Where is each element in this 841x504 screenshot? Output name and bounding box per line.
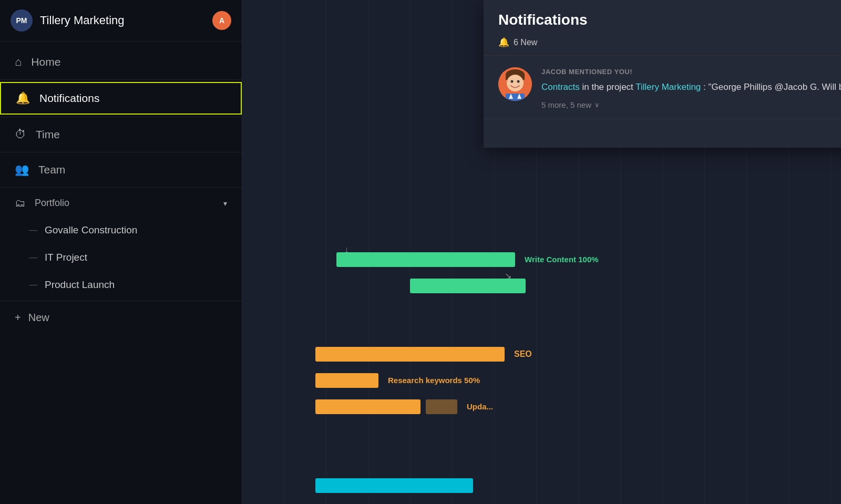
notification-count: 🔔 6 New [498, 37, 537, 48]
sidebar-item-new[interactable]: + New [0, 303, 242, 332]
sidebar-item-time[interactable]: ⏱ Time [0, 119, 242, 150]
notification-sender: JACOB MENTIONED YOU! [541, 68, 632, 76]
sidebar-header: PM Tillery Marketing A [0, 0, 242, 42]
gantt-bar-green-2 [410, 279, 526, 293]
notifications-title: Notifications [498, 12, 588, 28]
sidebar-item-label-team: Team [38, 163, 65, 176]
sidebar-item-label-notifications: Notifications [39, 92, 99, 105]
sidebar-item-itproject[interactable]: IT Project [0, 244, 242, 271]
govalle-label: Govalle Construction [45, 224, 137, 236]
notification-link-project[interactable]: Tillery Marketing [635, 82, 701, 92]
gantt-bar-research [315, 373, 378, 388]
gantt-label-research: Research keywords 50% [384, 373, 480, 388]
sidebar-item-productlaunch[interactable]: Product Launch [0, 271, 242, 299]
notification-more-button[interactable]: 5 more, 5 new ∨ [541, 100, 841, 109]
sidebar-title: Tillery Marketing [40, 14, 212, 27]
notification-text: Contracts in the project Tillery Marketi… [541, 80, 841, 94]
svg-point-4 [511, 80, 514, 83]
nav-divider-3 [0, 152, 242, 152]
gantt-bar-write-content [336, 252, 515, 267]
notifications-icon: 🔔 [16, 91, 30, 105]
new-label: New [28, 312, 49, 324]
notification-body: JACOB MENTIONED YOU! 3h Contracts in the… [541, 67, 841, 109]
gantt-bar-update [315, 399, 420, 414]
sidebar-item-label-time: Time [36, 128, 60, 141]
bell-icon: 🔔 [498, 37, 509, 48]
portfolio-icon: 🗂 [15, 197, 25, 209]
sidebar: PM Tillery Marketing A ⌂ Home 🔔 Notifica… [0, 0, 242, 504]
gantt-label-write-content: Write Content 100% [520, 252, 599, 267]
nav-divider-5 [0, 301, 242, 301]
sidebar-logo: PM [11, 9, 33, 32]
notifications-header: Notifications ⚙ [484, 0, 841, 34]
sidebar-item-portfolio[interactable]: 🗂 Portfolio ▾ [0, 190, 242, 217]
nav-divider-1 [0, 79, 242, 80]
notification-count-label: 6 New [514, 38, 537, 47]
productlaunch-label: Product Launch [45, 279, 115, 291]
nav-divider-4 [0, 187, 242, 188]
nav-divider-2 [0, 117, 242, 117]
sidebar-nav: ⌂ Home 🔔 Notifications ⏱ Time 👥 Team 🗂 P… [0, 42, 242, 337]
sidebar-portfolio-label: Portfolio [35, 198, 69, 209]
portfolio-chevron-icon: ▾ [223, 199, 227, 208]
notification-sender-row: JACOB MENTIONED YOU! 3h [541, 67, 841, 76]
itproject-label: IT Project [45, 252, 87, 263]
team-icon: 👥 [15, 163, 29, 177]
sidebar-item-label-home: Home [31, 56, 60, 68]
notification-link-contracts[interactable]: Contracts [541, 82, 580, 92]
home-icon: ⌂ [15, 55, 22, 69]
sidebar-item-govalle[interactable]: Govalle Construction [0, 217, 242, 244]
user-avatar[interactable]: A [212, 11, 231, 30]
sidebar-item-home[interactable]: ⌂ Home [0, 47, 242, 77]
svg-point-5 [517, 80, 520, 83]
svg-rect-6 [506, 94, 525, 101]
chevron-down-icon: ∨ [594, 101, 600, 109]
plus-icon: + [15, 312, 21, 324]
time-icon: ⏱ [15, 128, 26, 141]
notification-item-0: JACOB MENTIONED YOU! 3h Contracts in the… [484, 56, 841, 119]
main-content: ↓ Write Content 100% ↘ SEO Research keyw… [242, 0, 841, 504]
gantt-bar-cyan [315, 478, 473, 493]
notification-more-label: 5 more, 5 new [541, 100, 591, 109]
sidebar-item-team[interactable]: 👥 Team [0, 155, 242, 185]
notif-avatar [498, 67, 532, 101]
notifications-panel: Notifications ⚙ 🔔 6 New ✓ Mark all as re… [484, 0, 841, 148]
svg-point-3 [507, 75, 524, 91]
sidebar-item-notifications[interactable]: 🔔 Notifications [0, 82, 242, 115]
gantt-label-seo: SEO [510, 347, 532, 362]
notifications-subheader: 🔔 6 New ✓ Mark all as read [484, 34, 841, 56]
gantt-bar-update-overlay [426, 399, 457, 414]
gantt-bar-seo [315, 347, 505, 362]
gantt-label-update: Upda... [463, 399, 493, 414]
notifications-footer: Clear all notifications [484, 119, 841, 148]
